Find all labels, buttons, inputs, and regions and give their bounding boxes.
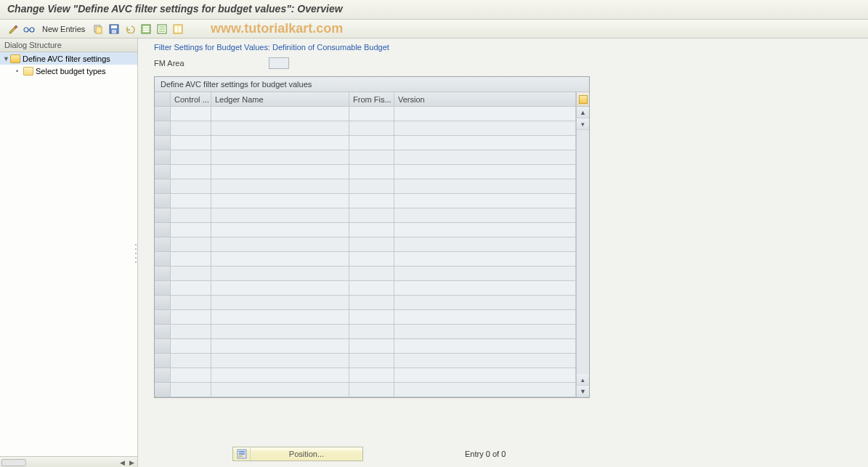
cell-control[interactable] [171, 354, 211, 368]
cell-control[interactable] [171, 165, 211, 179]
cell-fromfis[interactable] [349, 310, 394, 325]
row-selector[interactable] [155, 296, 171, 310]
cell-ledger[interactable] [211, 136, 349, 150]
row-selector[interactable] [155, 194, 171, 208]
cell-version[interactable] [394, 121, 576, 136]
row-selector[interactable] [155, 121, 171, 136]
cell-fromfis[interactable] [349, 383, 394, 397]
table-row[interactable] [155, 136, 576, 150]
cell-fromfis[interactable] [349, 179, 394, 194]
row-selector[interactable] [155, 281, 171, 296]
table-row[interactable] [155, 194, 576, 208]
dialog-structure-tree[interactable]: ▼ Define AVC filter settings • Select bu… [0, 52, 137, 456]
cell-version[interactable] [394, 267, 576, 281]
cell-ledger[interactable] [211, 310, 349, 325]
row-selector[interactable] [155, 339, 171, 354]
table-row[interactable] [155, 368, 576, 383]
cell-version[interactable] [394, 325, 576, 339]
cell-fromfis[interactable] [349, 267, 394, 281]
table-row[interactable] [155, 296, 576, 310]
row-selector[interactable] [155, 383, 171, 397]
grid-settings-button[interactable] [577, 92, 589, 107]
expand-arrow-icon[interactable]: ▼ [3, 55, 10, 62]
cell-ledger[interactable] [211, 368, 349, 383]
cell-control[interactable] [171, 267, 211, 281]
table-row[interactable] [155, 252, 576, 267]
cell-version[interactable] [394, 252, 576, 267]
row-selector-header[interactable] [155, 92, 171, 107]
table-row[interactable] [155, 310, 576, 325]
cell-version[interactable] [394, 368, 576, 383]
table-row[interactable] [155, 383, 576, 397]
row-selector[interactable] [155, 223, 171, 237]
scroll-track[interactable] [577, 130, 589, 374]
table-row[interactable] [155, 267, 576, 281]
change-mode-icon[interactable] [6, 22, 20, 36]
cell-control[interactable] [171, 339, 211, 354]
scroll-up-icon[interactable]: ▲ [577, 107, 589, 118]
cell-fromfis[interactable] [349, 165, 394, 179]
row-selector[interactable] [155, 368, 171, 383]
undo-icon[interactable] [123, 22, 137, 36]
tree-node-select-budget-types[interactable]: • Select budget types [0, 65, 137, 77]
scroll-page-up-icon[interactable]: ▾ [577, 118, 589, 130]
cell-ledger[interactable] [211, 121, 349, 136]
cell-fromfis[interactable] [349, 107, 394, 121]
cell-fromfis[interactable] [349, 296, 394, 310]
cell-version[interactable] [394, 354, 576, 368]
table-row[interactable] [155, 150, 576, 165]
new-entries-button[interactable]: New Entries [38, 22, 89, 36]
cell-fromfis[interactable] [349, 223, 394, 237]
scroll-left-icon[interactable]: ◀ [118, 458, 126, 467]
cell-control[interactable] [171, 252, 211, 267]
cell-version[interactable] [394, 237, 576, 252]
cell-ledger[interactable] [211, 325, 349, 339]
table-row[interactable] [155, 281, 576, 296]
table-row[interactable] [155, 325, 576, 339]
row-selector[interactable] [155, 325, 171, 339]
cell-version[interactable] [394, 296, 576, 310]
row-selector[interactable] [155, 150, 171, 165]
cell-version[interactable] [394, 107, 576, 121]
cell-ledger[interactable] [211, 150, 349, 165]
cell-fromfis[interactable] [349, 194, 394, 208]
cell-version[interactable] [394, 281, 576, 296]
cell-fromfis[interactable] [349, 368, 394, 383]
cell-ledger[interactable] [211, 296, 349, 310]
table-row[interactable] [155, 208, 576, 223]
scroll-page-down-icon[interactable]: ▴ [577, 374, 589, 386]
tree-node-define-avc[interactable]: ▼ Define AVC filter settings [0, 52, 137, 65]
cell-ledger[interactable] [211, 252, 349, 267]
copy-icon[interactable] [91, 22, 105, 36]
col-header-version[interactable]: Version [394, 92, 576, 107]
cell-control[interactable] [171, 136, 211, 150]
sidebar-hscroll[interactable]: ◀ ▶ [0, 456, 137, 467]
deselect-icon[interactable] [155, 22, 169, 36]
cell-version[interactable] [394, 339, 576, 354]
cell-version[interactable] [394, 194, 576, 208]
cell-version[interactable] [394, 223, 576, 237]
cell-fromfis[interactable] [349, 150, 394, 165]
row-selector[interactable] [155, 165, 171, 179]
grid-vscroll[interactable]: ▲ ▾ ▴ ▼ [576, 92, 589, 397]
row-selector[interactable] [155, 354, 171, 368]
cell-ledger[interactable] [211, 339, 349, 354]
cell-fromfis[interactable] [349, 121, 394, 136]
cell-control[interactable] [171, 179, 211, 194]
table-row[interactable] [155, 107, 576, 121]
cell-fromfis[interactable] [349, 339, 394, 354]
table-row[interactable] [155, 237, 576, 252]
table-settings-icon[interactable] [171, 22, 185, 36]
cell-fromfis[interactable] [349, 237, 394, 252]
table-row[interactable] [155, 354, 576, 368]
cell-ledger[interactable] [211, 383, 349, 397]
table-row[interactable] [155, 165, 576, 179]
cell-version[interactable] [394, 136, 576, 150]
cell-fromfis[interactable] [349, 136, 394, 150]
cell-fromfis[interactable] [349, 281, 394, 296]
row-selector[interactable] [155, 252, 171, 267]
cell-ledger[interactable] [211, 354, 349, 368]
scroll-thumb[interactable] [1, 459, 26, 466]
cell-control[interactable] [171, 150, 211, 165]
table-row[interactable] [155, 223, 576, 237]
